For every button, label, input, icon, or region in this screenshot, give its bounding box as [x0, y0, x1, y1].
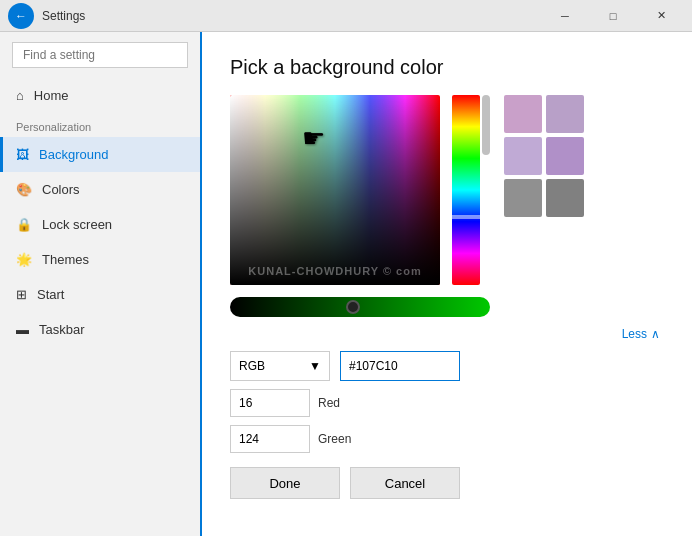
home-label: Home	[34, 88, 69, 103]
less-toggle[interactable]: Less ∧	[404, 327, 664, 341]
sidebar-item-colors[interactable]: 🎨 Colors	[0, 172, 200, 207]
swatch-5[interactable]	[546, 179, 584, 217]
minimize-button[interactable]: ─	[542, 0, 588, 32]
back-button[interactable]: ←	[8, 3, 34, 29]
home-icon: ⌂	[16, 88, 24, 103]
sidebar-item-lock-screen[interactable]: 🔒 Lock screen	[0, 207, 200, 242]
search-input[interactable]	[12, 42, 188, 68]
colors-icon: 🎨	[16, 182, 32, 197]
hue-indicator	[449, 215, 483, 219]
scroll-indicator[interactable]	[482, 95, 490, 155]
close-button[interactable]: ✕	[638, 0, 684, 32]
cancel-button[interactable]: Cancel	[350, 467, 460, 499]
swatches-container	[496, 95, 584, 285]
hue-slider[interactable]	[452, 95, 480, 285]
page-title: Pick a background color	[230, 56, 664, 79]
done-button[interactable]: Done	[230, 467, 340, 499]
action-buttons: Done Cancel	[230, 467, 664, 499]
dropdown-icon: ▼	[309, 359, 321, 373]
sidebar-section: Personalization	[0, 113, 200, 137]
sidebar-item-start[interactable]: ⊞ Start	[0, 277, 200, 312]
color-format-select[interactable]: RGB ▼	[230, 351, 330, 381]
taskbar-label: Taskbar	[39, 322, 85, 337]
start-icon: ⊞	[16, 287, 27, 302]
app-title: Settings	[42, 9, 542, 23]
red-label: Red	[318, 396, 340, 410]
swatches-grid	[504, 95, 584, 217]
lock-label: Lock screen	[42, 217, 112, 232]
swatch-1[interactable]	[546, 95, 584, 133]
themes-label: Themes	[42, 252, 89, 267]
chevron-up-icon: ∧	[651, 327, 660, 341]
color-gradient-picker[interactable]: KUNAL-CHOWDHURY © com ☛	[230, 95, 440, 285]
gradient-black-overlay	[230, 95, 440, 285]
taskbar-icon: ▬	[16, 322, 29, 337]
red-row: Red	[230, 389, 664, 417]
back-icon: ←	[15, 9, 27, 23]
maximize-button[interactable]: □	[590, 0, 636, 32]
window-controls: ─ □ ✕	[542, 0, 684, 32]
brightness-slider[interactable]	[230, 297, 490, 317]
brightness-thumb	[346, 300, 360, 314]
title-bar: ← Settings ─ □ ✕	[0, 0, 692, 32]
color-format-label: RGB	[239, 359, 265, 373]
less-label: Less	[622, 327, 647, 341]
hex-input[interactable]	[340, 351, 460, 381]
background-icon: 🖼	[16, 147, 29, 162]
red-input[interactable]	[230, 389, 310, 417]
green-row: Green	[230, 425, 664, 453]
sidebar-item-taskbar[interactable]: ▬ Taskbar	[0, 312, 200, 347]
color-picker-section: KUNAL-CHOWDHURY © com ☛	[230, 95, 664, 285]
sidebar-item-background[interactable]: 🖼 Background	[0, 137, 200, 172]
format-row: RGB ▼	[230, 351, 664, 381]
swatch-0[interactable]	[504, 95, 542, 133]
hue-slider-container	[452, 95, 480, 285]
sidebar-item-themes[interactable]: 🌟 Themes	[0, 242, 200, 277]
brightness-slider-container	[230, 297, 664, 317]
main-content: Pick a background color KUNAL-CHOWDHURY …	[200, 32, 692, 536]
app-container: ⌂ Home Personalization 🖼 Background 🎨 Co…	[0, 32, 692, 536]
start-label: Start	[37, 287, 64, 302]
swatch-3[interactable]	[546, 137, 584, 175]
green-label: Green	[318, 432, 351, 446]
swatch-4[interactable]	[504, 179, 542, 217]
swatch-2[interactable]	[504, 137, 542, 175]
themes-icon: 🌟	[16, 252, 32, 267]
background-label: Background	[39, 147, 108, 162]
green-input[interactable]	[230, 425, 310, 453]
lock-icon: 🔒	[16, 217, 32, 232]
sidebar: ⌂ Home Personalization 🖼 Background 🎨 Co…	[0, 32, 200, 536]
colors-label: Colors	[42, 182, 80, 197]
sidebar-item-home[interactable]: ⌂ Home	[0, 78, 200, 113]
